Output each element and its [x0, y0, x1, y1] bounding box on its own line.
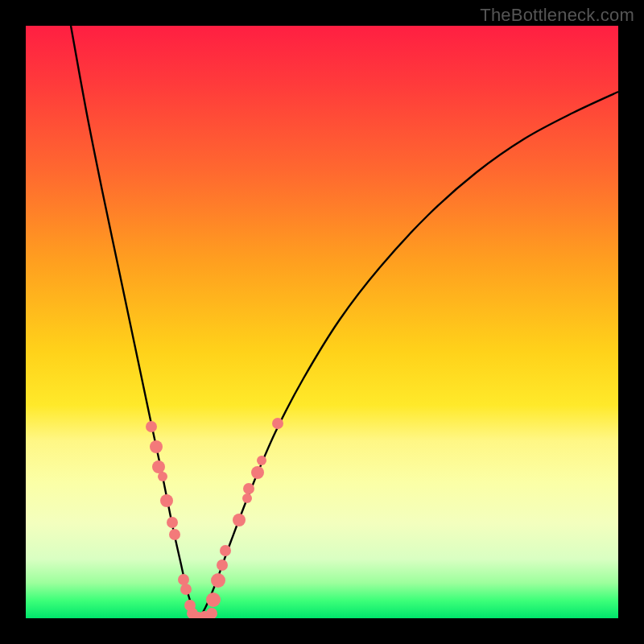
data-point — [257, 456, 266, 465]
plot-area — [26, 26, 618, 618]
data-point — [152, 460, 165, 473]
data-point — [233, 514, 246, 526]
chart-svg — [26, 26, 618, 618]
bottleneck-curve — [71, 26, 618, 617]
data-point — [158, 472, 167, 481]
data-point — [146, 421, 157, 432]
data-point — [206, 608, 217, 618]
data-point — [211, 573, 225, 588]
chart-frame: TheBottleneck.com — [0, 0, 644, 644]
data-point — [251, 466, 264, 479]
data-point — [167, 517, 178, 528]
data-point — [220, 545, 231, 556]
data-point — [206, 592, 221, 607]
data-point — [180, 584, 192, 595]
data-point — [178, 574, 189, 585]
data-point — [243, 483, 254, 494]
data-point — [169, 529, 180, 540]
data-point — [242, 493, 252, 503]
data-point — [160, 494, 173, 507]
data-point — [150, 440, 163, 453]
data-point — [272, 418, 283, 429]
watermark-text: TheBottleneck.com — [480, 5, 634, 26]
data-point — [217, 559, 228, 571]
